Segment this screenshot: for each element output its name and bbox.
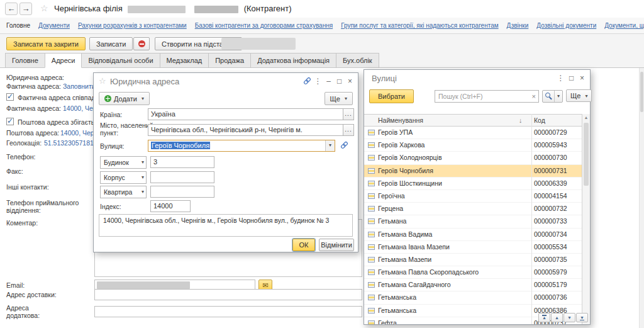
column-name[interactable]: Найменування [378, 116, 423, 124]
delivery-address-input[interactable] [94, 289, 362, 300]
chevron-down-icon: ▾ [142, 96, 144, 101]
street-row[interactable]: Гетьмана Сагайдачного 000005179 [364, 279, 582, 291]
sort-descending-icon[interactable]: ↓ [519, 116, 522, 124]
scroll-up-icon[interactable]: ▲ [582, 115, 590, 120]
chevron-down-icon: ▾ [345, 96, 347, 101]
street-row[interactable]: Герцена 000000732 [364, 203, 582, 215]
building-input[interactable]: 3 [150, 156, 214, 168]
save-and-close-button[interactable]: Записати та закрити [6, 37, 86, 50]
country-input[interactable]: Україна [148, 108, 343, 120]
street-input[interactable]: Героїв Чорнобиля ▾ [148, 140, 335, 152]
nav-item[interactable]: Дозвільні документи [536, 22, 596, 29]
street-code: 000004154 [534, 192, 567, 200]
street-row[interactable]: Героїв Харкова 000005943 [364, 139, 582, 152]
nav-item[interactable]: Документи [38, 22, 70, 29]
apartment-input[interactable] [150, 186, 214, 198]
comment-label: Коментар: [6, 219, 38, 227]
redacted-block [221, 38, 296, 50]
phone-label: Телефон: [6, 153, 35, 161]
maximize-icon[interactable]: □ [566, 72, 577, 84]
street-row[interactable]: Героїв Холодноярців 000000730 [364, 152, 582, 164]
back-button[interactable]: ← [5, 3, 18, 15]
form-tab[interactable]: Адреси [45, 53, 82, 68]
maximize-icon[interactable]: □ [334, 76, 345, 87]
street-row[interactable]: Гетьмана Вадима 000000734 [364, 229, 582, 241]
street-row[interactable]: Героїв Чорнобиля 000000731 [364, 165, 582, 178]
go-next-button[interactable]: ▼ [564, 313, 575, 322]
close-icon[interactable]: × [577, 72, 587, 84]
form-tab[interactable]: Додаткова інформація [250, 53, 336, 67]
street-row[interactable]: Гетьмана Мазепи 000000735 [364, 254, 582, 266]
building-type-combo[interactable]: Будинок [100, 156, 147, 169]
ok-button[interactable]: ОК [292, 239, 315, 251]
form-tab[interactable]: Головне [5, 53, 45, 67]
form-tab[interactable]: Медзаклад [160, 53, 209, 67]
city-picker-button[interactable]: ... [343, 124, 354, 136]
more-button[interactable]: Ще ▾ [566, 89, 592, 102]
search-input[interactable]: Пошук (Ctrl+F) × [435, 90, 539, 103]
go-first-button[interactable]: ▲ [538, 313, 550, 322]
extra-address-input[interactable] [94, 306, 362, 317]
nav-item[interactable]: Групи послуг та категорії, які надаються… [341, 22, 498, 29]
kebab-menu-icon[interactable]: ⋮ [313, 76, 323, 87]
street-name: Героїв Шосткинщини [378, 179, 442, 187]
city-input[interactable]: Чернігівська обл., Чернігівський р-н, Че… [148, 124, 343, 136]
main-scrollbar-thumb[interactable] [640, 72, 643, 112]
kebab-menu-icon[interactable]: ⋮ [555, 72, 566, 84]
form-tab[interactable]: Продажа [208, 53, 251, 67]
get-link-icon[interactable] [302, 76, 313, 87]
nav-item[interactable]: Базові контрагенти за договорами страхув… [195, 22, 333, 29]
favorite-star-icon[interactable]: ☆ [99, 76, 106, 86]
forward-button[interactable]: → [19, 3, 32, 15]
index-input[interactable]: 14000 [150, 200, 191, 212]
street-row[interactable]: Героїв УПА 000000729 [364, 127, 582, 139]
clear-search-icon[interactable]: × [532, 92, 536, 101]
cancel-button[interactable]: Відмінити [319, 239, 354, 251]
main-scrollbar[interactable] [639, 68, 644, 328]
block-type-combo[interactable]: Корпус [100, 171, 147, 184]
nav-item[interactable]: Головне [6, 22, 30, 29]
street-row[interactable]: Гетьмана 000000733 [364, 215, 582, 228]
nav-item[interactable]: Рахунки розрахунків з контрагентами [78, 22, 187, 29]
street-row[interactable]: Гетьмана Івана Мазепи 000005534 [364, 241, 582, 254]
redacted-block [97, 281, 190, 289]
street-row[interactable]: Гетьманська 000000736 [364, 291, 582, 304]
street-item-icon [368, 308, 375, 314]
go-last-button[interactable]: ▼ [576, 313, 588, 322]
save-button[interactable]: Записати [89, 37, 133, 50]
postal-address-value[interactable]: 14000, Черн [60, 129, 98, 137]
streets-scrollbar-thumb[interactable] [584, 123, 589, 186]
favorite-star-icon[interactable]: ☆ [40, 3, 48, 13]
streets-table-header: Найменування ↓ Код [364, 114, 582, 127]
block-input[interactable] [150, 171, 214, 183]
go-previous-button[interactable]: ▲ [551, 313, 563, 322]
postal-matches-checkbox[interactable] [6, 118, 14, 125]
command-bar: Записати та закрити Записати Створити на… [0, 34, 644, 53]
fax-label: Факс: [6, 167, 23, 175]
street-label: Вулиця: [100, 142, 125, 150]
actual-matches-checkbox[interactable] [6, 93, 14, 101]
form-tab[interactable]: Бух.облік [336, 53, 379, 67]
select-button[interactable]: Вибрати [369, 89, 414, 103]
more-button[interactable]: Ще ▾ [325, 92, 353, 105]
discussion-button[interactable] [133, 37, 150, 50]
minimize-icon[interactable]: – [323, 76, 334, 87]
form-tab[interactable]: Відповідальні особи [81, 53, 160, 67]
street-row[interactable]: Гетьмана Павла Скоропадського 000005979 [364, 266, 582, 279]
streets-scrollbar[interactable]: ▲ [582, 114, 590, 324]
street-dropdown-icon[interactable]: ▾ [325, 140, 335, 151]
close-icon[interactable]: × [345, 76, 355, 87]
search-button[interactable]: ▾ [542, 90, 563, 103]
full-address-textarea[interactable]: 14000, Чернігівська обл., Чернігів м., Г… [99, 214, 353, 237]
nav-item[interactable]: Дзвінки [507, 22, 529, 29]
nav-item[interactable]: Документи, що посвідчують особу [604, 22, 644, 29]
add-button[interactable]: Додати ▾ [99, 92, 150, 105]
column-code[interactable]: Код [534, 116, 545, 124]
street-row[interactable]: Героїчна 000004154 [364, 190, 582, 203]
apartment-type-combo[interactable]: Квартира [100, 186, 147, 198]
street-row[interactable]: Героїв Шосткинщини 000006339 [364, 178, 582, 190]
fill-link[interactable]: Заповнити [63, 82, 96, 90]
country-picker-button[interactable]: ... [343, 108, 354, 120]
street-open-icon[interactable] [339, 140, 350, 151]
streets-dialog: Вулиці ⋮ □ × Вибрати Пошук (Ctrl+F) × ▾ … [364, 69, 591, 325]
